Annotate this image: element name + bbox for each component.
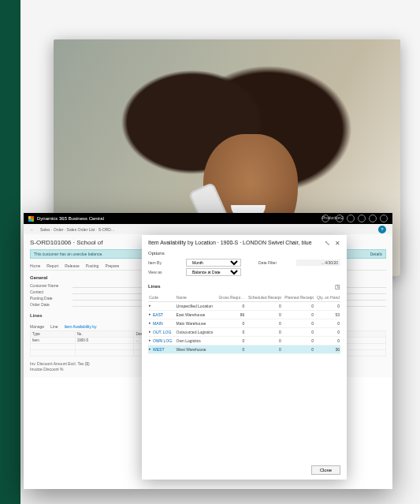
user-avatar-icon[interactable] xyxy=(380,215,388,222)
modal-options: Options Item By Month Date Filter …4/30/… xyxy=(142,248,347,282)
page-accent-stripe xyxy=(0,0,20,504)
item-by-label: Item By xyxy=(148,260,181,265)
table-row[interactable]: ▸EASTEast Warehouse860053 xyxy=(148,311,340,319)
date-filter-value[interactable]: …4/30/20 xyxy=(296,259,340,266)
scheduled-receipt: 0 xyxy=(245,328,282,337)
loc-code: ▸EAST xyxy=(148,311,176,319)
tab-prepare[interactable]: Prepare xyxy=(105,263,119,268)
gross-req: 0 xyxy=(216,319,245,328)
date-filter-label: Date Filter xyxy=(258,260,292,265)
scheduled-receipt: 0 xyxy=(245,319,282,328)
tab-release[interactable]: Release xyxy=(65,263,79,268)
lines-manage[interactable]: Manage xyxy=(30,324,44,329)
tab-home[interactable]: Home xyxy=(30,263,40,268)
tab-posting[interactable]: Posting xyxy=(86,263,99,268)
table-row[interactable]: ▸MAINMain Warehouse0000 xyxy=(148,319,340,328)
close-button[interactable]: Close xyxy=(311,465,340,475)
loc-name: Own Logistics xyxy=(176,337,217,345)
loc-code: ▸MAIN xyxy=(148,319,176,328)
modal-footer: Close xyxy=(142,461,347,480)
planned-receipt: 0 xyxy=(282,328,314,337)
gross-req: 0 xyxy=(216,302,245,311)
search-icon[interactable] xyxy=(336,215,344,222)
gross-req: 0 xyxy=(216,328,245,337)
titlebar-actions: Production2 xyxy=(322,215,388,222)
loc-code: ▸OWN LOG. xyxy=(148,337,176,345)
lines-item-availability[interactable]: Item Availability by xyxy=(65,324,97,329)
lines-line[interactable]: Line xyxy=(50,324,58,329)
ms-logo-icon xyxy=(28,216,34,222)
modal-lines: Lines ◳ Code Name Gross Requi… Scheduled… xyxy=(142,282,347,461)
modal-close-icon[interactable]: ✕ xyxy=(335,240,340,247)
loc-name: East Warehouse xyxy=(176,311,217,319)
gross-req: 86 xyxy=(216,311,245,319)
gross-req: 0 xyxy=(216,345,245,354)
modal-lines-heading: Lines xyxy=(148,284,161,290)
scheduled-receipt: 0 xyxy=(245,311,282,319)
qty-on-hand: 36 xyxy=(314,345,340,354)
titlebar: Dynamics 365 Business Central Production… xyxy=(24,213,392,224)
banner-text: This customer has an overdue balance. xyxy=(34,252,103,256)
view-as-label: View as xyxy=(148,270,181,274)
table-row[interactable]: ▸OUT. LOG.Outsourced Logistics0000 xyxy=(148,328,340,337)
qty-on-hand: 0 xyxy=(314,319,340,328)
loc-name: Outsourced Logistics xyxy=(176,328,217,337)
modal-lines-expand-icon[interactable]: ◳ xyxy=(335,284,340,290)
modal-title: Item Availability by Location · 1900-S ·… xyxy=(148,240,312,245)
app-window: Dynamics 365 Business Central Production… xyxy=(24,213,392,489)
back-chevron-icon[interactable]: ← xyxy=(30,227,34,232)
breadcrumb: Sales · Order · Sales Order List · S-ORD… xyxy=(40,227,115,232)
breadcrumb-bar: ← Sales · Order · Sales Order List · S-O… xyxy=(24,224,392,234)
qty-on-hand: 0 xyxy=(314,302,340,311)
qty-on-hand: 0 xyxy=(314,337,340,345)
notifications-icon[interactable] xyxy=(347,215,355,222)
planned-receipt: 0 xyxy=(282,345,314,354)
app-name: Dynamics 365 Business Central xyxy=(37,216,104,221)
scheduled-receipt: 0 xyxy=(245,345,282,354)
view-as-select[interactable]: Balance at Date xyxy=(186,268,241,276)
help-icon[interactable] xyxy=(369,215,377,222)
settings-icon[interactable] xyxy=(358,215,366,222)
item-by-select[interactable]: Month xyxy=(186,259,241,267)
loc-code: ▸OUT. LOG. xyxy=(148,328,176,337)
planned-receipt: 0 xyxy=(282,319,314,328)
modal-expand-icon[interactable]: ⤡ xyxy=(325,240,330,247)
scheduled-receipt: 0 xyxy=(245,337,282,345)
qty-on-hand: 53 xyxy=(314,311,340,319)
tab-report[interactable]: Report xyxy=(46,263,58,268)
planned-receipt: 0 xyxy=(282,337,314,345)
table-row[interactable]: ▸OWN LOG.Own Logistics0000 xyxy=(148,337,340,345)
availability-table: Code Name Gross Requi… Scheduled Receipt… xyxy=(148,293,340,354)
banner-details-link[interactable]: Details xyxy=(370,252,382,256)
options-heading: Options xyxy=(148,251,340,256)
scheduled-receipt: 0 xyxy=(245,302,282,311)
loc-name: Main Warehouse xyxy=(176,319,217,328)
item-availability-modal: Item Availability by Location · 1900-S ·… xyxy=(142,235,347,480)
modal-header: Item Availability by Location · 1900-S ·… xyxy=(142,235,347,248)
assist-bubble-icon[interactable]: ? xyxy=(378,226,386,233)
loc-code: ▸ xyxy=(148,302,176,311)
qty-on-hand: 0 xyxy=(314,328,340,337)
environment-label: Production2 xyxy=(322,215,329,222)
loc-code: ▸WEST xyxy=(148,345,176,354)
table-row[interactable]: ▸Unspecified Location0000 xyxy=(148,302,340,311)
planned-receipt: 0 xyxy=(282,302,314,311)
loc-name: West Warehouse xyxy=(176,345,217,354)
table-row[interactable]: ▸WESTWest Warehouse00036 xyxy=(148,345,340,354)
planned-receipt: 0 xyxy=(282,311,314,319)
loc-name: Unspecified Location xyxy=(176,302,217,311)
gross-req: 0 xyxy=(216,337,245,345)
